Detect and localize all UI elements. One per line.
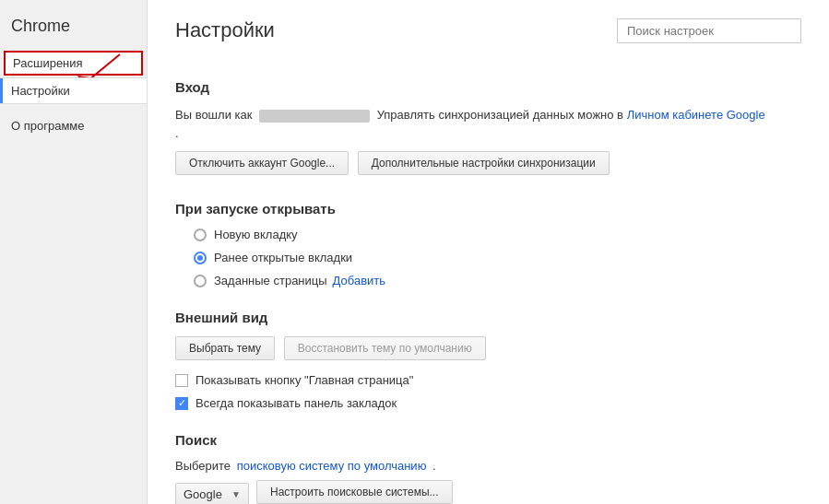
main-content: Настройки Вход Вы вошли как Управлять си… bbox=[148, 0, 829, 504]
section-appearance: Внешний вид Выбрать тему Восстановить те… bbox=[175, 310, 801, 410]
page-title: Настройки bbox=[175, 18, 275, 42]
radio-label-specific: Заданные страницы bbox=[214, 274, 327, 287]
app-title: Chrome bbox=[0, 9, 147, 49]
sidebar-item-label: О программе bbox=[11, 119, 85, 133]
checkbox-label-home-btn: Показывать кнопку "Главная страница" bbox=[195, 373, 413, 387]
default-search-link[interactable]: поисковую систему по умолчанию bbox=[237, 459, 427, 473]
radio-circle-prev-tabs bbox=[194, 252, 207, 264]
checkbox-bookmarks[interactable]: ✓ Всегда показывать панель закладок bbox=[175, 396, 801, 410]
checkbox-label-bookmarks: Всегда показывать панель закладок bbox=[195, 396, 397, 410]
search-input[interactable] bbox=[617, 18, 801, 43]
sidebar: Chrome Расширения Настройки О программе bbox=[0, 0, 148, 504]
top-bar: Настройки bbox=[175, 18, 801, 61]
search-section-title: Поиск bbox=[175, 432, 801, 448]
search-dropdown-container: Google ▼ Настроить поисковые системы... bbox=[175, 480, 801, 504]
choose-theme-button[interactable]: Выбрать тему bbox=[175, 336, 275, 360]
signin-buttons: Отключить аккаунт Google... Дополнительн… bbox=[175, 151, 801, 179]
radio-new-tab[interactable]: Новую вкладку bbox=[194, 228, 801, 241]
personal-account-link[interactable]: Личном кабинете Google bbox=[627, 108, 765, 122]
signin-description: Вы вошли как Управлять синхронизацией да… bbox=[175, 106, 801, 142]
reset-theme-button[interactable]: Восстановить тему по умолчанию bbox=[284, 336, 486, 360]
checkbox-box-bookmarks: ✓ bbox=[175, 397, 188, 410]
signin-section-title: Вход bbox=[175, 79, 801, 95]
sidebar-item-settings[interactable]: Настройки bbox=[0, 77, 147, 104]
appearance-section-title: Внешний вид bbox=[175, 310, 801, 325]
search-desc-suffix: . bbox=[432, 459, 436, 473]
signin-mid: Управлять синхронизацией данных можно в bbox=[377, 108, 623, 122]
checkbox-home-btn[interactable]: Показывать кнопку "Главная страница" bbox=[175, 373, 801, 387]
signin-email-blurred bbox=[259, 110, 370, 123]
sidebar-spacer bbox=[0, 104, 147, 113]
radio-circle-new-tab bbox=[194, 229, 207, 241]
section-search: Поиск Выберите поисковую систему по умол… bbox=[175, 432, 801, 504]
disconnect-account-button[interactable]: Отключить аккаунт Google... bbox=[175, 151, 349, 175]
search-description: Выберите поисковую систему по умолчанию … bbox=[175, 459, 801, 473]
signin-suffix: . bbox=[175, 126, 179, 140]
radio-label-new-tab: Новую вкладку bbox=[214, 228, 298, 241]
search-desc-prefix: Выберите bbox=[175, 459, 231, 473]
search-engine-dropdown[interactable]: Google ▼ bbox=[175, 483, 249, 505]
signin-prefix: Вы вошли как bbox=[175, 108, 252, 122]
sidebar-item-label: Настройки bbox=[11, 84, 70, 98]
sidebar-item-about[interactable]: О программе bbox=[0, 113, 147, 138]
startup-radio-group: Новую вкладку Ранее открытые вкладки Зад… bbox=[194, 228, 801, 287]
add-pages-link[interactable]: Добавить bbox=[333, 274, 385, 287]
sync-settings-button[interactable]: Дополнительные настройки синхронизации bbox=[358, 151, 610, 175]
radio-circle-specific bbox=[194, 275, 207, 287]
radio-prev-tabs[interactable]: Ранее открытые вкладки bbox=[194, 251, 801, 264]
section-startup: При запуске открывать Новую вкладку Ране… bbox=[175, 201, 801, 287]
dropdown-value: Google bbox=[184, 487, 222, 501]
startup-section-title: При запуске открывать bbox=[175, 201, 801, 217]
radio-label-prev-tabs: Ранее открытые вкладки bbox=[214, 251, 352, 264]
appearance-buttons: Выбрать тему Восстановить тему по умолча… bbox=[175, 336, 801, 364]
section-signin: Вход Вы вошли как Управлять синхронизаци… bbox=[175, 79, 801, 179]
checkbox-box-home-btn bbox=[175, 374, 188, 387]
configure-search-button[interactable]: Настроить поисковые системы... bbox=[256, 480, 453, 504]
chevron-down-icon: ▼ bbox=[231, 489, 241, 499]
radio-specific[interactable]: Заданные страницы Добавить bbox=[194, 274, 801, 287]
